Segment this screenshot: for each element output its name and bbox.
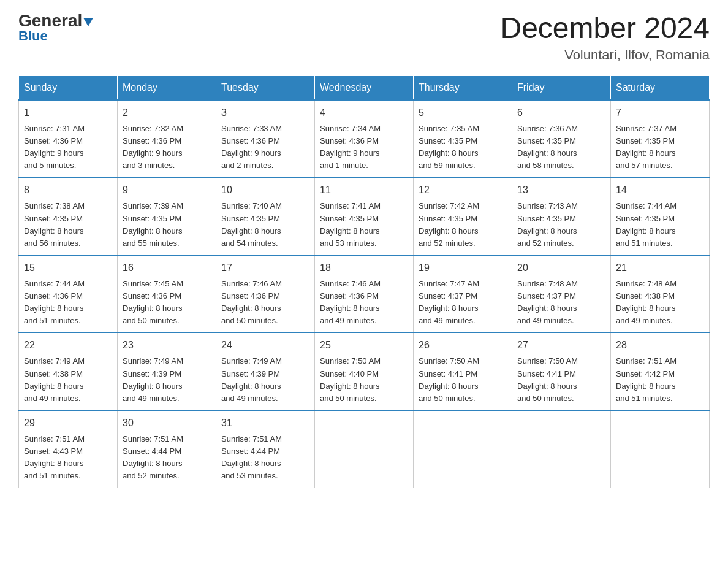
day-cell: 3 Sunrise: 7:33 AMSunset: 4:36 PMDayligh…: [216, 100, 315, 178]
col-friday: Friday: [512, 75, 611, 100]
day-info: Sunrise: 7:51 AMSunset: 4:42 PMDaylight:…: [616, 355, 704, 405]
day-number: 13: [517, 183, 605, 197]
day-cell: 18 Sunrise: 7:46 AMSunset: 4:36 PMDaylig…: [315, 255, 414, 333]
day-info: Sunrise: 7:36 AMSunset: 4:35 PMDaylight:…: [517, 123, 605, 172]
day-info: Sunrise: 7:47 AMSunset: 4:37 PMDaylight:…: [419, 278, 507, 327]
day-info: Sunrise: 7:42 AMSunset: 4:35 PMDaylight:…: [419, 200, 507, 250]
day-number: 1: [24, 105, 112, 120]
day-number: 10: [221, 183, 309, 197]
day-number: 25: [320, 338, 408, 353]
day-cell: 16 Sunrise: 7:45 AMSunset: 4:36 PMDaylig…: [118, 255, 216, 333]
location-subtitle: Voluntari, Ilfov, Romania: [500, 47, 710, 63]
day-info: Sunrise: 7:44 AMSunset: 4:36 PMDaylight:…: [24, 278, 112, 327]
week-row-3: 15 Sunrise: 7:44 AMSunset: 4:36 PMDaylig…: [19, 255, 710, 333]
day-cell: 4 Sunrise: 7:34 AMSunset: 4:36 PMDayligh…: [315, 100, 414, 178]
day-number: 2: [123, 105, 211, 120]
week-row-2: 8 Sunrise: 7:38 AMSunset: 4:35 PMDayligh…: [19, 177, 710, 255]
day-number: 7: [616, 105, 704, 120]
day-cell: 19 Sunrise: 7:47 AMSunset: 4:37 PMDaylig…: [414, 255, 512, 333]
day-cell: 31 Sunrise: 7:51 AMSunset: 4:44 PMDaylig…: [216, 410, 315, 488]
day-number: 4: [320, 105, 408, 120]
day-info: Sunrise: 7:46 AMSunset: 4:36 PMDaylight:…: [320, 278, 408, 327]
day-number: 8: [24, 183, 112, 197]
day-number: 17: [221, 261, 309, 275]
day-number: 19: [419, 261, 507, 275]
col-wednesday: Wednesday: [315, 75, 414, 100]
day-number: 18: [320, 261, 408, 275]
day-cell: 11 Sunrise: 7:41 AMSunset: 4:35 PMDaylig…: [315, 177, 414, 255]
day-cell: 30 Sunrise: 7:51 AMSunset: 4:44 PMDaylig…: [118, 410, 216, 488]
day-cell: 8 Sunrise: 7:38 AMSunset: 4:35 PMDayligh…: [19, 177, 118, 255]
day-number: 9: [123, 183, 211, 197]
day-cell: 22 Sunrise: 7:49 AMSunset: 4:38 PMDaylig…: [19, 332, 118, 410]
week-row-4: 22 Sunrise: 7:49 AMSunset: 4:38 PMDaylig…: [19, 332, 710, 410]
day-cell: 26 Sunrise: 7:50 AMSunset: 4:41 PMDaylig…: [414, 332, 512, 410]
day-cell: 10 Sunrise: 7:40 AMSunset: 4:35 PMDaylig…: [216, 177, 315, 255]
logo-blue-text: Blue: [18, 29, 48, 43]
day-cell: 1 Sunrise: 7:31 AMSunset: 4:36 PMDayligh…: [19, 100, 118, 178]
week-row-1: 1 Sunrise: 7:31 AMSunset: 4:36 PMDayligh…: [19, 100, 710, 178]
day-info: Sunrise: 7:32 AMSunset: 4:36 PMDaylight:…: [123, 123, 211, 172]
day-cell: 2 Sunrise: 7:32 AMSunset: 4:36 PMDayligh…: [118, 100, 216, 178]
day-cell: 9 Sunrise: 7:39 AMSunset: 4:35 PMDayligh…: [118, 177, 216, 255]
logo-triangle-icon: [83, 18, 93, 26]
day-info: Sunrise: 7:41 AMSunset: 4:35 PMDaylight:…: [320, 200, 408, 250]
col-sunday: Sunday: [19, 75, 118, 100]
day-info: Sunrise: 7:43 AMSunset: 4:35 PMDaylight:…: [517, 200, 605, 250]
day-cell: 20 Sunrise: 7:48 AMSunset: 4:37 PMDaylig…: [512, 255, 611, 333]
day-number: 6: [517, 105, 605, 120]
logo: General Blue: [18, 12, 93, 43]
day-number: 15: [24, 261, 112, 275]
day-cell: 23 Sunrise: 7:49 AMSunset: 4:39 PMDaylig…: [118, 332, 216, 410]
col-tuesday: Tuesday: [216, 75, 315, 100]
day-number: 28: [616, 338, 704, 353]
day-info: Sunrise: 7:49 AMSunset: 4:39 PMDaylight:…: [123, 355, 211, 405]
day-info: Sunrise: 7:50 AMSunset: 4:40 PMDaylight:…: [320, 355, 408, 405]
day-cell: 5 Sunrise: 7:35 AMSunset: 4:35 PMDayligh…: [414, 100, 512, 178]
day-number: 24: [221, 338, 309, 353]
day-number: 29: [24, 416, 112, 431]
day-number: 23: [123, 338, 211, 353]
calendar-table: Sunday Monday Tuesday Wednesday Thursday…: [18, 75, 710, 488]
col-thursday: Thursday: [414, 75, 512, 100]
logo-general-text: General: [18, 12, 93, 29]
day-number: 3: [221, 105, 309, 120]
day-cell: 24 Sunrise: 7:49 AMSunset: 4:39 PMDaylig…: [216, 332, 315, 410]
day-number: 26: [419, 338, 507, 353]
day-number: 22: [24, 338, 112, 353]
day-cell: 6 Sunrise: 7:36 AMSunset: 4:35 PMDayligh…: [512, 100, 611, 178]
day-cell: 17 Sunrise: 7:46 AMSunset: 4:36 PMDaylig…: [216, 255, 315, 333]
day-cell: 7 Sunrise: 7:37 AMSunset: 4:35 PMDayligh…: [611, 100, 710, 178]
day-cell: 15 Sunrise: 7:44 AMSunset: 4:36 PMDaylig…: [19, 255, 118, 333]
day-info: Sunrise: 7:49 AMSunset: 4:39 PMDaylight:…: [221, 355, 309, 405]
day-info: Sunrise: 7:46 AMSunset: 4:36 PMDaylight:…: [221, 278, 309, 327]
day-info: Sunrise: 7:48 AMSunset: 4:37 PMDaylight:…: [517, 278, 605, 327]
day-cell: 21 Sunrise: 7:48 AMSunset: 4:38 PMDaylig…: [611, 255, 710, 333]
col-saturday: Saturday: [611, 75, 710, 100]
month-year-title: December 2024: [500, 12, 710, 45]
day-cell: 25 Sunrise: 7:50 AMSunset: 4:40 PMDaylig…: [315, 332, 414, 410]
day-cell: 28 Sunrise: 7:51 AMSunset: 4:42 PMDaylig…: [611, 332, 710, 410]
day-info: Sunrise: 7:44 AMSunset: 4:35 PMDaylight:…: [616, 200, 704, 250]
day-cell: 27 Sunrise: 7:50 AMSunset: 4:41 PMDaylig…: [512, 332, 611, 410]
day-info: Sunrise: 7:48 AMSunset: 4:38 PMDaylight:…: [616, 278, 704, 327]
day-cell: [315, 410, 414, 488]
day-number: 30: [123, 416, 211, 431]
calendar-body: 1 Sunrise: 7:31 AMSunset: 4:36 PMDayligh…: [19, 100, 710, 488]
col-monday: Monday: [118, 75, 216, 100]
day-info: Sunrise: 7:38 AMSunset: 4:35 PMDaylight:…: [24, 200, 112, 250]
day-cell: [611, 410, 710, 488]
day-number: 12: [419, 183, 507, 197]
week-row-5: 29 Sunrise: 7:51 AMSunset: 4:43 PMDaylig…: [19, 410, 710, 488]
day-info: Sunrise: 7:33 AMSunset: 4:36 PMDaylight:…: [221, 123, 309, 172]
day-cell: 29 Sunrise: 7:51 AMSunset: 4:43 PMDaylig…: [19, 410, 118, 488]
calendar-header: Sunday Monday Tuesday Wednesday Thursday…: [19, 75, 710, 100]
day-number: 14: [616, 183, 704, 197]
day-number: 27: [517, 338, 605, 353]
day-info: Sunrise: 7:45 AMSunset: 4:36 PMDaylight:…: [123, 278, 211, 327]
day-cell: [512, 410, 611, 488]
day-info: Sunrise: 7:49 AMSunset: 4:38 PMDaylight:…: [24, 355, 112, 405]
day-number: 31: [221, 416, 309, 431]
day-info: Sunrise: 7:40 AMSunset: 4:35 PMDaylight:…: [221, 200, 309, 250]
header-row: Sunday Monday Tuesday Wednesday Thursday…: [19, 75, 710, 100]
